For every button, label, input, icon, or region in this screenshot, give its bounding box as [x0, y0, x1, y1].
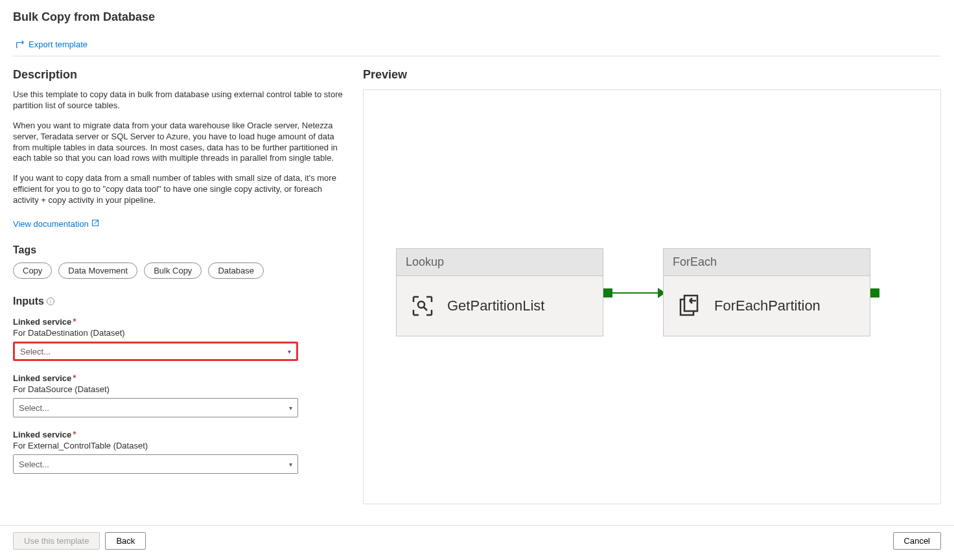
description-para-3: If you want to copy data from a small nu… [13, 173, 343, 206]
inputs-heading: Inputs i [13, 296, 363, 307]
select-placeholder: Select... [20, 347, 51, 356]
chevron-down-icon: ▾ [289, 461, 292, 468]
tag-copy[interactable]: Copy [13, 262, 52, 279]
field-sublabel: For External_ControlTable (Dataset) [13, 441, 363, 450]
tag-bulk-copy[interactable]: Bulk Copy [144, 262, 202, 279]
chevron-down-icon: ▾ [288, 348, 291, 355]
activity-type-label: Lookup [397, 249, 603, 276]
linked-service-select-datadestination[interactable]: Select... ▾ [13, 342, 298, 361]
use-this-template-button[interactable]: Use this template [13, 532, 100, 550]
lookup-icon [410, 293, 436, 319]
description-para-2: When you want to migrate data from your … [13, 121, 343, 165]
field-label: Linked service [13, 317, 71, 327]
description-para-1: Use this template to copy data in bulk f… [13, 89, 343, 111]
field-label: Linked service [13, 430, 71, 439]
external-link-icon [91, 219, 99, 229]
page-title: Bulk Copy from Database [0, 0, 954, 24]
linked-service-field-datasource: Linked service* For DataSource (Dataset)… [13, 373, 363, 417]
export-icon [16, 40, 25, 49]
back-button[interactable]: Back [105, 532, 146, 550]
preview-canvas[interactable]: Lookup GetPartitionList ForEach [363, 89, 941, 504]
foreach-icon [677, 293, 703, 319]
activity-output-port[interactable] [870, 288, 879, 298]
activity-connector [603, 292, 663, 294]
footer-bar: Use this template Back Cancel [0, 525, 954, 560]
linked-service-select-datasource[interactable]: Select... ▾ [13, 398, 298, 417]
preview-heading: Preview [363, 68, 941, 82]
tags-heading: Tags [13, 244, 363, 256]
cancel-button[interactable]: Cancel [893, 532, 941, 550]
activity-name: ForEachPartition [714, 298, 820, 314]
linked-service-field-controltable: Linked service* For External_ControlTabl… [13, 429, 363, 474]
required-indicator: * [73, 373, 76, 383]
field-sublabel: For DataDestination (Dataset) [13, 328, 363, 338]
tag-database[interactable]: Database [208, 262, 264, 279]
svg-rect-3 [684, 296, 697, 311]
tag-data-movement[interactable]: Data Movement [58, 262, 137, 279]
required-indicator: * [73, 316, 76, 327]
required-indicator: * [73, 429, 76, 439]
chevron-down-icon: ▾ [289, 404, 292, 412]
linked-service-field-datadestination: Linked service* For DataDestination (Dat… [13, 316, 363, 361]
view-documentation-link[interactable]: View documentation [13, 219, 99, 229]
field-sublabel: For DataSource (Dataset) [13, 384, 363, 394]
info-icon[interactable]: i [47, 298, 54, 305]
export-template-link[interactable]: Export template [0, 24, 954, 56]
activity-card-foreach[interactable]: ForEach ForEachPartition [663, 248, 870, 336]
export-template-label: Export template [29, 40, 87, 49]
linked-service-select-controltable[interactable]: Select... ▾ [13, 454, 298, 474]
activity-type-label: ForEach [664, 249, 870, 276]
svg-point-0 [418, 301, 425, 308]
description-heading: Description [13, 68, 363, 82]
view-documentation-label: View documentation [13, 219, 89, 229]
activity-name: GetPartitionList [447, 298, 544, 314]
select-placeholder: Select... [19, 403, 49, 413]
svg-line-1 [424, 307, 427, 310]
field-label: Linked service [13, 373, 71, 383]
activity-card-lookup[interactable]: Lookup GetPartitionList [396, 248, 603, 336]
select-placeholder: Select... [19, 460, 49, 469]
